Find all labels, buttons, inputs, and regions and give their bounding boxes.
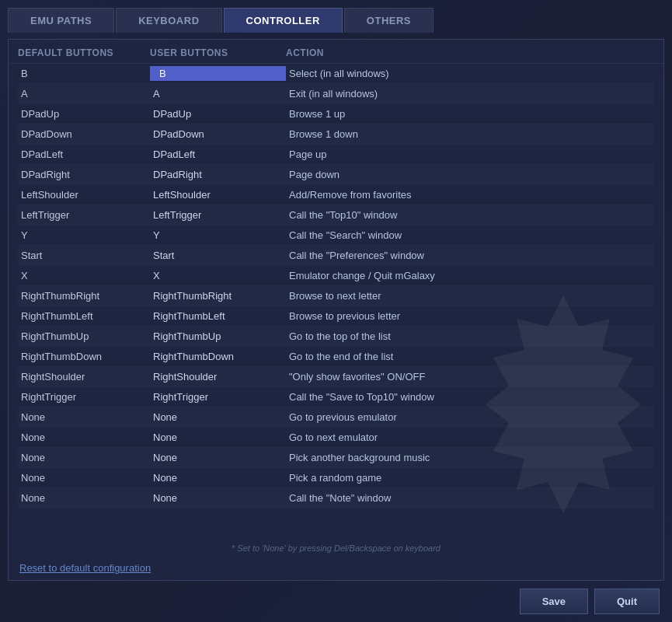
action-cell: Add/Remove from favorites [286,187,654,202]
column-headers: DEFAULT BUTTONS USER BUTTONS ACTION [9,40,663,64]
default-button-cell: B [18,66,150,81]
user-button-cell[interactable]: B [150,66,286,81]
default-button-cell: LeftShoulder [18,187,150,202]
default-button-cell: DPadDown [18,127,150,142]
table-row[interactable]: DPadLeftDPadLeftPage up [18,145,654,165]
footer-note: * Set to 'None' by pressing Del/Backspac… [9,539,663,556]
quit-button[interactable]: Quit [594,589,660,614]
table-row[interactable]: RightShoulderRightShoulder"Only show fav… [18,367,654,387]
tab-emu-paths[interactable]: EMU PATHS [8,8,114,33]
user-button-cell[interactable]: A [150,86,286,101]
user-button-cell[interactable]: RightThumbDown [150,349,286,364]
default-button-cell: X [18,268,150,283]
action-cell: Call the "Save to Top10" window [286,390,654,404]
mapping-table: BBSelect (in all windows)AAExit (in all … [9,64,663,539]
user-button-cell[interactable]: None [150,410,286,425]
user-button-cell[interactable]: RightTrigger [150,390,286,404]
action-cell: Call the "Top10" window [286,208,654,222]
tab-bar: EMU PATHS KEYBOARD CONTROLLER OTHERS [8,8,664,33]
user-button-cell[interactable]: RightThumbRight [150,288,286,303]
user-button-cell[interactable]: X [150,268,286,283]
table-row[interactable]: RightThumbUpRightThumbUpGo to the top of… [18,327,654,347]
action-cell: Go to the top of the list [286,329,654,344]
user-button-cell[interactable]: LeftTrigger [150,208,286,222]
user-button-cell[interactable]: DPadRight [150,167,286,182]
action-cell: "Only show favorites" ON/OFF [286,369,654,384]
default-button-cell: RightThumbLeft [18,309,150,323]
table-row[interactable]: NoneNoneGo to previous emulator [18,407,654,428]
default-button-cell: None [18,430,150,445]
table-row[interactable]: RightThumbLeftRightThumbLeftBrowse to pr… [18,306,654,327]
user-button-cell[interactable]: Y [150,228,286,243]
default-button-cell: RightThumbUp [18,329,150,344]
user-button-cell[interactable]: None [150,450,286,465]
user-button-cell[interactable]: LeftShoulder [150,187,286,202]
col-header-user: USER BUTTONS [150,47,286,58]
default-button-cell: Start [18,248,150,263]
table-row[interactable]: RightThumbRightRightThumbRightBrowse to … [18,286,654,306]
table-row[interactable]: DPadDownDPadDownBrowse 1 down [18,124,654,145]
user-button-cell[interactable]: RightThumbUp [150,329,286,344]
tab-controller[interactable]: CONTROLLER [224,8,343,33]
action-cell: Emulator change / Quit mGalaxy [286,268,654,283]
action-cell: Browse to previous letter [286,309,654,323]
table-row[interactable]: LeftShoulderLeftShoulderAdd/Remove from … [18,185,654,205]
default-button-cell: None [18,470,150,485]
reset-link[interactable]: Reset to default configuration [9,556,663,580]
default-button-cell: DPadUp [18,107,150,121]
action-cell: Page up [286,147,654,162]
save-button[interactable]: Save [520,589,588,614]
action-cell: Select (in all windows) [286,66,654,81]
default-button-cell: DPadLeft [18,147,150,162]
default-button-cell: A [18,86,150,101]
user-button-cell[interactable]: None [150,491,286,505]
user-button-cell[interactable]: None [150,470,286,485]
col-header-action: ACTION [286,47,654,58]
action-cell: Browse to next letter [286,288,654,303]
table-row[interactable]: LeftTriggerLeftTriggerCall the "Top10" w… [18,205,654,225]
tab-keyboard[interactable]: KEYBOARD [116,8,221,33]
user-button-cell[interactable]: RightThumbLeft [150,309,286,323]
app-container: EMU PATHS KEYBOARD CONTROLLER OTHERS DEF… [0,0,672,622]
default-button-cell: None [18,491,150,505]
action-cell: Go to previous emulator [286,410,654,425]
table-row[interactable]: StartStartCall the "Preferences" window [18,246,654,266]
default-button-cell: RightThumbDown [18,349,150,364]
action-cell: Browse 1 up [286,107,654,121]
action-cell: Call the "Preferences" window [286,248,654,263]
user-button-cell[interactable]: DPadDown [150,127,286,142]
user-button-cell[interactable]: None [150,430,286,445]
table-row[interactable]: RightTriggerRightTriggerCall the "Save t… [18,387,654,407]
user-button-cell[interactable]: Start [150,248,286,263]
user-button-cell[interactable]: DPadUp [150,107,286,121]
default-button-cell: None [18,450,150,465]
table-row[interactable]: DPadUpDPadUpBrowse 1 up [18,104,654,124]
action-cell: Page down [286,167,654,182]
action-cell: Pick another background music [286,450,654,465]
col-header-default: DEFAULT BUTTONS [18,47,150,58]
table-row[interactable]: NoneNonePick another background music [18,448,654,468]
user-button-cell[interactable]: RightShoulder [150,369,286,384]
action-cell: Go to next emulator [286,430,654,445]
default-button-cell: LeftTrigger [18,208,150,222]
table-row[interactable]: DPadRightDPadRightPage down [18,165,654,185]
action-cell: Go to the end of the list [286,349,654,364]
tab-others[interactable]: OTHERS [344,8,433,33]
content-area: DEFAULT BUTTONS USER BUTTONS ACTION BBSe… [8,39,664,581]
table-row[interactable]: RightThumbDownRightThumbDownGo to the en… [18,347,654,367]
user-button-cell[interactable]: DPadLeft [150,147,286,162]
bottom-bar: Save Quit [8,581,664,614]
default-button-cell: RightTrigger [18,390,150,404]
table-row[interactable]: YYCall the "Search" window [18,225,654,246]
table-row[interactable]: NoneNoneGo to next emulator [18,428,654,448]
table-row[interactable]: NoneNoneCall the "Note" window [18,488,654,508]
table-row[interactable]: XXEmulator change / Quit mGalaxy [18,266,654,286]
table-row[interactable]: NoneNonePick a random game [18,468,654,488]
action-cell: Browse 1 down [286,127,654,142]
table-row[interactable]: BBSelect (in all windows) [18,64,654,84]
default-button-cell: Y [18,228,150,243]
table-row[interactable]: AAExit (in all windows) [18,84,654,104]
default-button-cell: DPadRight [18,167,150,182]
action-cell: Call the "Note" window [286,491,654,505]
default-button-cell: RightThumbRight [18,288,150,303]
